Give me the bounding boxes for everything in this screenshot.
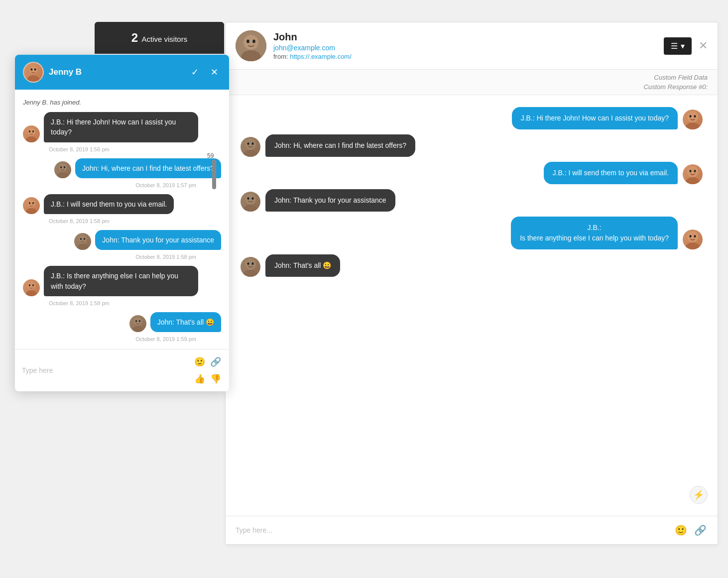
menu-button[interactable]: ☰ ▾ — [664, 37, 692, 55]
main-message-row: John: Thank you for your assistance — [241, 189, 703, 212]
user-avatar-main — [241, 137, 260, 157]
main-input-icons: 🙂 🔗 — [674, 523, 708, 537]
main-message-row: John: Hi, where can I find the latest of… — [241, 134, 703, 157]
svg-point-19 — [84, 238, 85, 240]
svg-point-15 — [32, 202, 34, 204]
chat-minimize-button[interactable]: ✓ — [188, 66, 202, 79]
chat-message-row: John: Thank you for your assistance — [23, 230, 221, 250]
user-email: john@example.com — [273, 44, 352, 52]
svg-point-6 — [29, 130, 30, 132]
menu-dropdown-icon: ▾ — [681, 41, 685, 51]
svg-point-50 — [687, 231, 698, 242]
close-panel-button[interactable]: ✕ — [699, 39, 708, 52]
agent-avatar-main — [683, 230, 703, 249]
svg-point-18 — [80, 238, 82, 240]
chat-bubble-agent: J.B.: Is there anything else I can help … — [44, 266, 198, 296]
thumbs-up-button[interactable]: 👍 — [193, 372, 206, 385]
svg-point-22 — [29, 284, 30, 286]
chat-close-button[interactable]: ✕ — [208, 66, 221, 79]
visitors-panel: 2 Active visitors — [95, 22, 224, 54]
thumbs-down-button[interactable]: 👎 — [209, 372, 222, 385]
chat-bubble-user: John: Thank you for your assistance — [95, 230, 221, 250]
svg-point-39 — [247, 142, 249, 145]
svg-point-49 — [243, 205, 257, 212]
main-message-row: J.B.: I will send them to you via email. — [241, 162, 703, 184]
main-input-area: Type here... 🙂 🔗 — [226, 516, 718, 544]
svg-point-28 — [132, 326, 143, 332]
svg-point-36 — [694, 115, 696, 117]
svg-point-45 — [686, 177, 700, 184]
main-message-row: J.B.: Hi there John! How can I assist yo… — [241, 107, 703, 129]
svg-point-8 — [26, 136, 37, 142]
svg-point-44 — [694, 170, 696, 172]
svg-point-34 — [687, 112, 698, 122]
main-bubble-agent: J.B.:Is there anything else I can help y… — [511, 217, 678, 249]
visitors-label: Active visitors — [142, 35, 188, 43]
svg-point-43 — [690, 170, 692, 172]
agent-avatar-bubble — [23, 125, 40, 142]
svg-point-47 — [247, 197, 249, 200]
chat-bubble-agent: J.B.: I will send them to you via email. — [44, 194, 174, 214]
visitors-count: 2 Active visitors — [131, 35, 187, 43]
svg-point-16 — [26, 208, 37, 214]
main-attachment-button[interactable]: 🔗 — [693, 523, 708, 537]
scrollbar-indicator[interactable] — [212, 159, 216, 189]
emoji-button[interactable]: 🙂 — [193, 355, 206, 368]
main-bubble-agent: J.B.: I will send them to you via email. — [544, 162, 678, 184]
svg-point-53 — [686, 242, 700, 249]
main-emoji-button[interactable]: 🙂 — [674, 523, 688, 537]
chat-widget-header-left: Jenny B — [23, 62, 82, 83]
hamburger-icon: ☰ — [671, 41, 678, 51]
svg-point-3 — [31, 68, 33, 71]
chat-widget: Jenny B ✓ ✕ Jenny B. has joined. J.B.: H… — [15, 55, 229, 391]
svg-point-14 — [29, 202, 30, 204]
main-message-row: John: That's all 😀 — [241, 254, 703, 277]
chat-widget-header: Jenny B ✓ ✕ — [15, 55, 229, 90]
svg-point-37 — [686, 122, 700, 129]
main-input-placeholder[interactable]: Type here... — [236, 526, 674, 534]
svg-point-4 — [34, 68, 36, 71]
svg-point-32 — [252, 40, 255, 43]
msg-time-2: October 8, 2019 1:57 pm — [23, 182, 221, 188]
user-avatar-bubble — [74, 233, 91, 250]
agent-avatar-bubble — [23, 279, 40, 296]
agent-avatar-main — [683, 110, 703, 129]
custom-fields-bar: Custom Field Data Custom Response #0: — [226, 70, 718, 95]
main-bubble-user: John: Hi, where can I find the latest of… — [265, 134, 415, 157]
svg-point-24 — [26, 290, 37, 296]
svg-point-31 — [246, 40, 249, 43]
visitors-number: 2 — [131, 31, 138, 44]
msg-time-4: October 8, 2019 1:58 pm — [23, 254, 221, 260]
user-avatar-large — [236, 30, 266, 61]
svg-point-27 — [139, 320, 140, 322]
svg-point-30 — [243, 35, 258, 50]
chat-messages: Jenny B. has joined. J.B.: Hi there John… — [15, 90, 229, 349]
chat-bubble-user: John: Hi, where can I find the latest of… — [75, 158, 221, 178]
svg-point-38 — [245, 139, 256, 150]
svg-point-40 — [252, 142, 254, 145]
msg-time-3: October 8, 2019 1:58 pm — [23, 218, 221, 224]
svg-point-12 — [57, 172, 68, 178]
svg-point-26 — [135, 320, 137, 322]
main-messages: J.B.: Hi there John! How can I assist yo… — [226, 95, 718, 516]
attachment-button[interactable]: 🔗 — [209, 355, 222, 368]
quick-response-button[interactable]: ⚡ — [690, 486, 708, 504]
svg-point-48 — [252, 197, 254, 200]
user-name: John — [273, 31, 352, 43]
user-details: John john@example.com from: https://.exa… — [273, 31, 352, 60]
chat-message-row: John: That's all 😀 — [23, 312, 221, 332]
chat-message-row: J.B.: I will send them to you via email. — [23, 194, 221, 214]
msg-time-6: October 8, 2019 1:59 pm — [23, 336, 221, 342]
main-bubble-user: John: Thank you for your assistance — [265, 189, 395, 212]
main-bubble-agent: J.B.: Hi there John! How can I assist yo… — [512, 107, 678, 129]
svg-point-20 — [77, 244, 88, 250]
chat-input-placeholder[interactable]: Type here — [22, 366, 193, 374]
user-from-url[interactable]: https://.example.com/ — [290, 53, 352, 60]
svg-point-1 — [27, 75, 39, 82]
chat-message-row: J.B.: Is there anything else I can help … — [23, 266, 221, 296]
svg-point-52 — [694, 235, 696, 237]
svg-point-42 — [687, 166, 698, 177]
svg-point-10 — [60, 166, 62, 168]
user-avatar-main — [241, 192, 260, 212]
svg-point-7 — [32, 130, 34, 132]
